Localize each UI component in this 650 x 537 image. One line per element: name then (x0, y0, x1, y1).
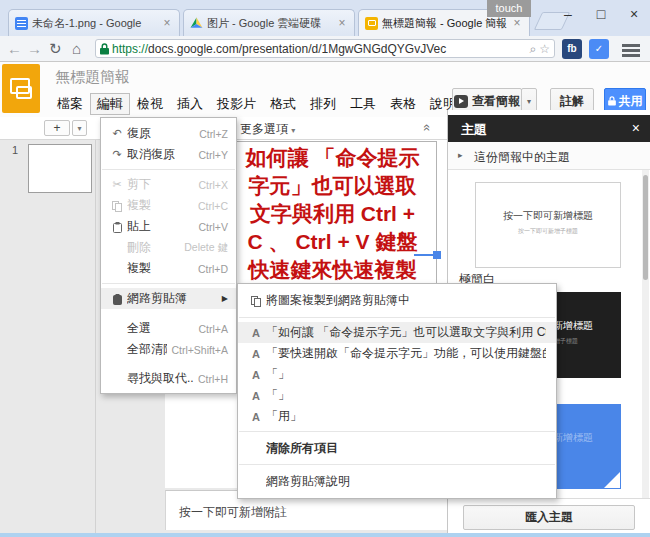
check-extension-icon[interactable]: ✓ (589, 39, 609, 59)
theme-thumbnail-light[interactable]: 按一下即可新增標題 按一下即可新增子標題 (475, 182, 621, 268)
menu-item-undo[interactable]: ↶ 復原 Ctrl+Z (101, 123, 236, 144)
tab-close-icon[interactable]: × (336, 16, 348, 30)
url-text: docs.google.com/presentation/d/1MgwGNGdQ… (148, 42, 526, 56)
menu-tools[interactable]: 工具 (343, 93, 383, 115)
document-title[interactable]: 無標題簡報 (55, 68, 130, 87)
tab-title: 無標題簡報 - Google 簡報 (382, 16, 507, 31)
text-clip-icon: A (246, 327, 266, 339)
maximize-button[interactable]: □ (586, 2, 616, 26)
menu-item-select-all[interactable]: 全選 Ctrl+A (101, 318, 236, 339)
submenu-item-clip-4[interactable]: A 「」 (238, 385, 556, 406)
google-slides-icon (365, 17, 378, 30)
submenu-item-label: 「」 (266, 366, 546, 383)
search-icon[interactable]: ⌕ (530, 42, 537, 56)
menu-item-find-replace[interactable]: 尋找與取代... Ctrl+H (101, 368, 236, 389)
theme-title-placeholder: 按一下即可新增標題 (476, 209, 620, 223)
slide-thumbnail[interactable] (28, 144, 92, 193)
menu-separator (102, 283, 235, 284)
minimize-button[interactable]: – (553, 2, 583, 26)
menu-separator (239, 431, 555, 432)
browser-tab-1[interactable]: 未命名-1.png - Google × (8, 9, 180, 36)
new-slide-dropdown-icon[interactable]: ▾ (72, 120, 87, 136)
submenu-item-clip-2[interactable]: A 「要快速開啟「命令提示字元」功能，可以使用鍵盤的 Wind... (238, 343, 556, 364)
bookmark-star-icon[interactable]: ☆ (539, 42, 550, 56)
menu-item-label: 尋找與取代... (127, 370, 194, 387)
google-drive-icon (190, 17, 203, 30)
submenu-item-label: 「要快速開啟「命令提示字元」功能，可以使用鍵盤的 Wind... (266, 345, 546, 362)
menu-item-label: 網路剪貼簿 (127, 290, 218, 307)
new-slide-button[interactable]: + (44, 120, 70, 136)
menu-item-select-none[interactable]: 全部清除 Ctrl+Shift+A (101, 339, 236, 360)
refresh-icon[interactable]: ↻ (49, 36, 62, 61)
menu-item-delete: 刪除 Delete 鍵 (101, 237, 236, 258)
browser-tab-2[interactable]: 图片 - Google 雲端硬碟 × (183, 9, 355, 36)
filmstrip-divider (95, 140, 96, 533)
menu-item-label: 全選 (127, 320, 195, 337)
tab-title: 图片 - Google 雲端硬碟 (207, 16, 332, 31)
menu-format[interactable]: 格式 (263, 93, 303, 115)
menu-item-redo[interactable]: ↷ 取消復原 Ctrl+Y (101, 144, 236, 165)
menu-shortcut: Ctrl+Shift+A (171, 344, 228, 356)
close-button[interactable]: × (619, 2, 649, 26)
selection-handle[interactable] (433, 251, 441, 259)
present-button-label: 查看簡報 (472, 93, 520, 110)
facebook-extension-icon[interactable]: fb (562, 39, 582, 59)
menu-view[interactable]: 檢視 (130, 93, 170, 115)
submenu-item-label: 將圖案複製到網路剪貼簿中 (266, 292, 546, 309)
menu-edit[interactable]: 編輯 (90, 93, 130, 115)
submenu-item-label: 網路剪貼簿說明 (266, 473, 546, 490)
home-icon[interactable]: ⌂ (72, 36, 81, 61)
import-theme-button[interactable]: 匯入主題 (463, 505, 635, 530)
scrollbar-thumb[interactable] (643, 175, 648, 280)
themes-panel-header: 主題 × (448, 115, 650, 142)
lock-icon (608, 96, 616, 106)
submenu-item-label: 「如何讓 「命令提示字元」也可以選取文字與利用 Ctrl ... (266, 324, 546, 341)
back-icon[interactable]: ← (7, 36, 22, 61)
menu-item-label: 刪除 (127, 239, 180, 256)
menu-separator (102, 169, 235, 170)
themes-section-header[interactable]: ▸ 這份簡報中的主題 (448, 142, 650, 170)
collapse-toolbar-icon[interactable]: « (420, 124, 435, 131)
url-omnibox[interactable]: https:// docs.google.com/presentation/d/… (95, 39, 555, 58)
menu-item-label: 貼上 (127, 218, 195, 235)
submenu-item-clear-all[interactable]: 清除所有項目 (238, 436, 556, 460)
chrome-menu-icon[interactable] (622, 44, 640, 47)
workspace: + ▾ 更多選項 ▾ « 1 如何讓 「命令提示 字元」也可以選取 文字與利用 … (0, 117, 650, 533)
text-clip-icon: A (246, 390, 266, 402)
menu-item-paste[interactable]: 貼上 Ctrl+V (101, 216, 236, 237)
forward-icon[interactable]: → (27, 36, 42, 61)
tab-close-icon[interactable]: × (161, 16, 173, 30)
theme-subtitle-placeholder: 按一下即可新增子標題 (476, 227, 620, 236)
menu-slide[interactable]: 投影片 (210, 93, 263, 115)
image-file-icon (15, 17, 28, 30)
more-options-button[interactable]: 更多選項 ▾ (240, 121, 295, 138)
menu-file[interactable]: 檔案 (50, 93, 90, 115)
submenu-item-help[interactable]: 網路剪貼簿說明 (238, 469, 556, 494)
tab-close-icon[interactable]: × (511, 16, 523, 30)
submenu-item-copy-shape[interactable]: 將圖案複製到網路剪貼簿中 (238, 288, 556, 313)
submenu-item-clip-5[interactable]: A 「用」 (238, 406, 556, 427)
touch-indicator: touch (487, 0, 531, 17)
menu-arrange[interactable]: 排列 (303, 93, 343, 115)
close-panel-icon[interactable]: × (632, 120, 640, 136)
tab-title: 未命名-1.png - Google (32, 16, 157, 31)
submenu-item-clip-3[interactable]: A 「」 (238, 364, 556, 385)
menu-item-web-clipboard[interactable]: 網路剪貼簿 ▶ (101, 288, 236, 309)
menu-shortcut: Ctrl+A (199, 323, 228, 335)
slide-text-box[interactable]: 如何讓 「命令提示 字元」也可以選取 文字與利用 Ctrl + C 、 Ctrl… (228, 141, 437, 291)
menu-insert[interactable]: 插入 (170, 93, 210, 115)
text-clip-icon: A (246, 348, 266, 360)
sidebar-footer: 匯入主題 (448, 498, 650, 533)
edit-menu: ↶ 復原 Ctrl+Z ↷ 取消復原 Ctrl+Y ✂ 剪下 Ctrl+X 複製… (100, 117, 237, 394)
text-clip-icon: A (246, 369, 266, 381)
play-icon (454, 95, 468, 108)
menu-table[interactable]: 表格 (383, 93, 423, 115)
slides-logo[interactable] (2, 64, 40, 113)
menu-shortcut: Delete 鍵 (184, 241, 228, 255)
sidebar-scrollbar[interactable] (642, 170, 649, 498)
menu-item-duplicate[interactable]: 複製 Ctrl+D (101, 258, 236, 279)
section-expand-icon: ▸ (458, 150, 463, 160)
copy-icon (107, 199, 127, 212)
submenu-arrow-icon: ▶ (222, 294, 228, 303)
submenu-item-clip-1[interactable]: A 「如何讓 「命令提示字元」也可以選取文字與利用 Ctrl ... (238, 322, 556, 343)
